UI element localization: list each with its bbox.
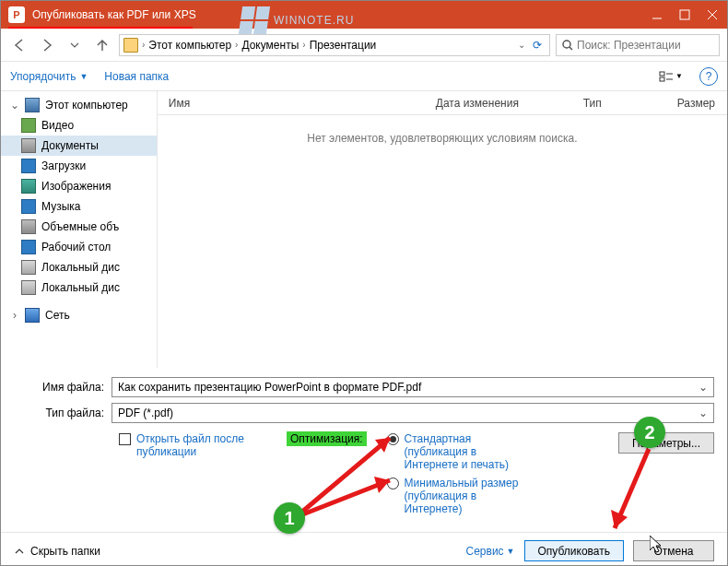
filetype-label: Тип файла: [14, 407, 112, 419]
breadcrumb-part[interactable]: Презентации [310, 39, 377, 52]
navbar: › Этот компьютер › Документы › Презентац… [1, 29, 727, 62]
sidebar-item-video[interactable]: Видео [1, 115, 157, 136]
column-name[interactable]: Имя [158, 97, 425, 110]
chevron-right-icon[interactable]: › [140, 40, 147, 50]
folder-icon [123, 38, 138, 53]
sidebar-item-3dobjects[interactable]: Объемные объ [1, 217, 157, 237]
annotation-underline [8, 27, 193, 29]
column-date[interactable]: Дата изменения [425, 97, 572, 110]
annotation-arrow-1b [287, 469, 416, 534]
column-size[interactable]: Размер [666, 97, 727, 110]
hide-folders-button[interactable]: Скрыть папки [14, 545, 100, 558]
filetype-select[interactable]: PDF (*.pdf)⌄ [112, 403, 714, 423]
annotation-1: 1 [274, 502, 305, 534]
svg-rect-7 [660, 77, 664, 81]
svg-line-5 [569, 47, 572, 50]
sidebar-item-network[interactable]: ›Сеть [1, 305, 157, 325]
cursor-icon [650, 536, 664, 554]
sidebar-item-disk-d[interactable]: Локальный дис [1, 277, 157, 298]
sidebar: ⌄Этот компьютер Видео Документы Загрузки… [1, 91, 158, 368]
back-button[interactable] [8, 34, 30, 56]
annotation-arrow-2 [598, 443, 672, 545]
search-placeholder: Поиск: Презентации [577, 39, 681, 52]
svg-rect-6 [660, 72, 664, 76]
filename-label: Имя файла: [14, 381, 112, 394]
service-menu[interactable]: Сервис ▼ [466, 545, 515, 558]
sidebar-item-pc[interactable]: ⌄Этот компьютер [1, 95, 157, 115]
chevron-right-icon[interactable]: › [300, 40, 307, 50]
svg-marker-16 [650, 536, 661, 552]
column-type[interactable]: Тип [572, 97, 666, 110]
minimize-button[interactable] [650, 7, 664, 22]
forward-button[interactable] [36, 34, 58, 56]
toolbar: Упорядочить ▼ Новая папка ▼ ? [1, 62, 727, 91]
breadcrumb-part[interactable]: Этот компьютер [148, 39, 231, 52]
radio-minimal-label: Минимальный размер (публикация в Интерне… [405, 477, 525, 515]
chevron-right-icon[interactable]: › [233, 40, 240, 50]
sidebar-item-music[interactable]: Музыка [1, 196, 157, 217]
titlebar: P Опубликовать как PDF или XPS [1, 1, 727, 29]
close-button[interactable] [705, 7, 720, 22]
help-button[interactable]: ? [699, 67, 718, 86]
radio-standard-label: Стандартная (публикация в Интернете и пе… [405, 432, 525, 471]
breadcrumb-part[interactable]: Документы [241, 39, 299, 52]
svg-point-4 [563, 41, 570, 48]
sidebar-item-images[interactable]: Изображения [1, 176, 157, 196]
svg-rect-1 [680, 10, 689, 19]
open-after-checkbox[interactable] [119, 433, 131, 445]
maximize-button[interactable] [677, 7, 692, 22]
app-icon: P [8, 6, 25, 23]
search-input[interactable]: Поиск: Презентации [556, 34, 720, 56]
refresh-button[interactable]: ⟳ [529, 39, 546, 52]
organize-menu[interactable]: Упорядочить ▼ [10, 70, 88, 83]
sidebar-item-downloads[interactable]: Загрузки [1, 156, 157, 176]
empty-message: Нет элементов, удовлетворяющих условиям … [158, 115, 727, 161]
chevron-down-icon[interactable]: ⌄ [516, 40, 527, 50]
filename-input[interactable]: Как сохранить презентацию PowerPoint в ф… [112, 377, 714, 397]
sidebar-item-desktop[interactable]: Рабочий стол [1, 237, 157, 257]
up-button[interactable] [91, 34, 113, 56]
file-list: Имя Дата изменения Тип Размер Нет элемен… [158, 91, 727, 368]
open-after-label: Открыть файл после публикации [136, 432, 266, 458]
new-folder-button[interactable]: Новая папка [104, 70, 169, 83]
recent-dropdown[interactable] [64, 34, 86, 56]
breadcrumb[interactable]: › Этот компьютер › Документы › Презентац… [119, 34, 550, 56]
view-mode-button[interactable]: ▼ [659, 66, 683, 87]
window-title: Опубликовать как PDF или XPS [32, 8, 650, 21]
sidebar-item-disk-c[interactable]: Локальный дис [1, 257, 157, 277]
sidebar-item-documents[interactable]: Документы [1, 136, 157, 156]
svg-line-12 [296, 480, 390, 517]
annotation-2: 2 [634, 417, 665, 448]
